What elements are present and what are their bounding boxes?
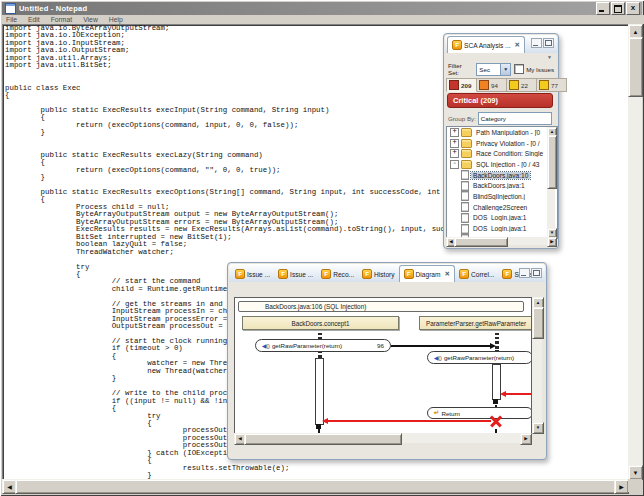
- scrollbar-corner: [628, 479, 642, 492]
- severity-tab-94[interactable]: 94: [477, 78, 507, 92]
- tree-item[interactable]: +Path Manipulation - [0: [447, 127, 557, 138]
- file-icon: [461, 224, 469, 234]
- tree-hscroll-thumb[interactable]: [454, 237, 508, 247]
- diagram-vscroll-thumb[interactable]: [532, 307, 544, 339]
- call-arrow: [391, 345, 490, 347]
- capsule-number: 96: [377, 342, 384, 349]
- scroll-down-icon[interactable]: ▼: [532, 422, 544, 434]
- tree-item-label: Privacy Violation - [0 /: [474, 140, 542, 147]
- tab-correl[interactable]: FCorrel...: [455, 266, 498, 282]
- diagram-tabbar: FIssue ...FIssue ...FReco...FHistoryFDia…: [229, 264, 545, 282]
- severity-count: 209: [461, 82, 471, 89]
- severity-tab-77[interactable]: 77: [537, 78, 567, 92]
- notepad-menubar: File Edit Format View Help: [2, 15, 644, 24]
- tree-item[interactable]: DOS_Login.java:1: [447, 223, 557, 234]
- class-box-backdoors[interactable]: BackDoors.concept1: [242, 316, 399, 330]
- filter-set-select[interactable]: Sec ▼: [476, 63, 511, 76]
- panel-minimize-button[interactable]: [531, 38, 542, 48]
- scroll-right-icon[interactable]: ▶: [547, 237, 557, 247]
- desktop: Untitled - Notepad x File Edit Format Vi…: [0, 0, 644, 496]
- tree-item-label: Race Condition: Single: [474, 150, 545, 157]
- taint-x-icon: [490, 415, 502, 427]
- panel-minimize-button[interactable]: [519, 268, 530, 278]
- my-issues-checkbox[interactable]: [514, 64, 524, 74]
- scroll-down-icon[interactable]: ▼: [628, 465, 643, 480]
- tab-diagram[interactable]: FDiagram✕: [399, 265, 455, 282]
- chevron-down-icon: ▼: [500, 64, 510, 75]
- tree-expander[interactable]: +: [450, 128, 459, 137]
- method-capsule-getrawparameter[interactable]: ◀() getRawParameter(return) 96: [255, 339, 391, 352]
- vertical-scrollbar[interactable]: ▲ ▼: [628, 24, 642, 479]
- fortify-icon: F: [278, 269, 288, 279]
- menu-help[interactable]: Help: [109, 16, 123, 23]
- tree-item[interactable]: BlindSqlInjection.j: [447, 191, 557, 202]
- tree-item-label: DOS_Login.java:1: [471, 225, 529, 232]
- menu-edit[interactable]: Edit: [28, 16, 40, 23]
- group-by-select[interactable]: Category: [478, 112, 552, 125]
- tab-label: SCA Analysis ...: [464, 42, 511, 49]
- panel-maximize-button[interactable]: [531, 268, 542, 278]
- tab-issue[interactable]: FIssue ...: [274, 266, 317, 282]
- method-icon: ◀(): [434, 355, 442, 361]
- tab-sca-analysis[interactable]: F SCA Analysis ... ✕: [447, 36, 525, 53]
- scroll-right-icon[interactable]: ▶: [520, 433, 532, 445]
- tree-item[interactable]: +Race Condition: Single: [447, 148, 557, 159]
- vertical-scroll-thumb[interactable]: [628, 37, 643, 97]
- diagram-hscroll-thumb[interactable]: [244, 433, 402, 445]
- fortify-icon: F: [459, 269, 469, 279]
- fortify-icon: F: [235, 269, 245, 279]
- minimize-button[interactable]: [596, 2, 610, 15]
- severity-tab-22[interactable]: 22: [507, 78, 537, 92]
- tree-item[interactable]: +Privacy Violation - [0 /: [447, 138, 557, 149]
- tree-item[interactable]: DOS_Login.java:1: [447, 213, 557, 224]
- tab-label: Issue ...: [290, 271, 313, 278]
- tree-item-label: DOS_Login.java:1: [471, 214, 529, 221]
- method-capsule-getrawparameter-2[interactable]: ◀() getRawParameter(return): [427, 351, 532, 364]
- menu-view[interactable]: View: [83, 16, 98, 23]
- close-icon[interactable]: ✕: [445, 270, 450, 278]
- view-menu-icon[interactable]: ▼: [547, 54, 552, 60]
- tab-history[interactable]: FHistory: [358, 266, 399, 282]
- filter-set-label: Filter Set:: [448, 62, 474, 76]
- close-button[interactable]: x: [626, 2, 640, 15]
- critical-banner[interactable]: Critical (209): [447, 93, 553, 108]
- tab-reco[interactable]: FReco...: [317, 266, 358, 282]
- panel-maximize-button[interactable]: [543, 38, 554, 48]
- tree-item-label: BackDoors.java:10: [471, 172, 530, 179]
- class-box-parameterparser[interactable]: ParameterParser.getRawParameter: [419, 316, 532, 330]
- fortify-icon: F: [502, 269, 512, 279]
- notepad-titlebar[interactable]: Untitled - Notepad x: [2, 2, 642, 15]
- fortify-icon: F: [404, 269, 414, 279]
- file-icon: [461, 170, 469, 180]
- file-icon: [461, 181, 469, 191]
- menu-format[interactable]: Format: [51, 16, 73, 23]
- menu-file[interactable]: File: [6, 16, 17, 23]
- horizontal-scrollbar[interactable]: ◀ ▶: [2, 479, 628, 492]
- tree-item[interactable]: BackDoors.java:1: [447, 180, 557, 191]
- severity-swatch-icon: [449, 80, 459, 90]
- severity-tab-209[interactable]: 209: [446, 78, 477, 92]
- tab-label: Issue ...: [247, 271, 270, 278]
- sequence-diagram-canvas[interactable]: BackDoors.java:106 (SQL Injection) BackD…: [234, 297, 532, 434]
- group-by-label: Group By:: [448, 115, 476, 122]
- tab-label: Diagram: [416, 271, 441, 278]
- tree-expander[interactable]: +: [450, 149, 459, 158]
- maximize-button[interactable]: [611, 2, 625, 15]
- horizontal-scroll-thumb[interactable]: [15, 479, 616, 494]
- tree-item-label: SQL Injection - [0 / 43: [474, 161, 542, 168]
- return-capsule[interactable]: ↵ Return: [427, 407, 532, 419]
- issue-tree[interactable]: +Path Manipulation - [0+Privacy Violatio…: [446, 126, 558, 239]
- tree-item[interactable]: Challenge2Screen: [447, 202, 557, 213]
- folder-icon: [461, 128, 472, 137]
- tree-item[interactable]: BackDoors.java:10: [447, 170, 557, 181]
- filter-set-value: Sec: [477, 66, 500, 73]
- tree-expander[interactable]: -: [450, 160, 459, 169]
- arrowhead-left-icon: [500, 391, 506, 397]
- severity-tab-strip: 209942277: [446, 78, 567, 92]
- tree-vscroll-thumb[interactable]: [547, 135, 557, 189]
- tree-item[interactable]: -SQL Injection - [0 / 43: [447, 159, 557, 170]
- close-icon[interactable]: ✕: [515, 41, 520, 49]
- tab-issue[interactable]: FIssue ...: [231, 266, 274, 282]
- scroll-right-icon[interactable]: ▶: [614, 479, 629, 494]
- tree-expander[interactable]: +: [450, 139, 459, 148]
